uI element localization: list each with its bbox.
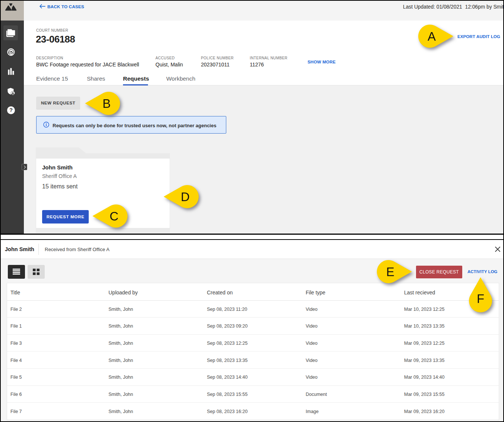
- svg-text:B: B: [103, 97, 111, 110]
- svg-text:A: A: [428, 29, 436, 43]
- svg-text:C: C: [110, 209, 119, 223]
- svg-text:?: ?: [9, 107, 13, 113]
- svg-text:F: F: [477, 292, 484, 306]
- svg-text:E: E: [386, 265, 394, 279]
- svg-text:D: D: [181, 190, 190, 204]
